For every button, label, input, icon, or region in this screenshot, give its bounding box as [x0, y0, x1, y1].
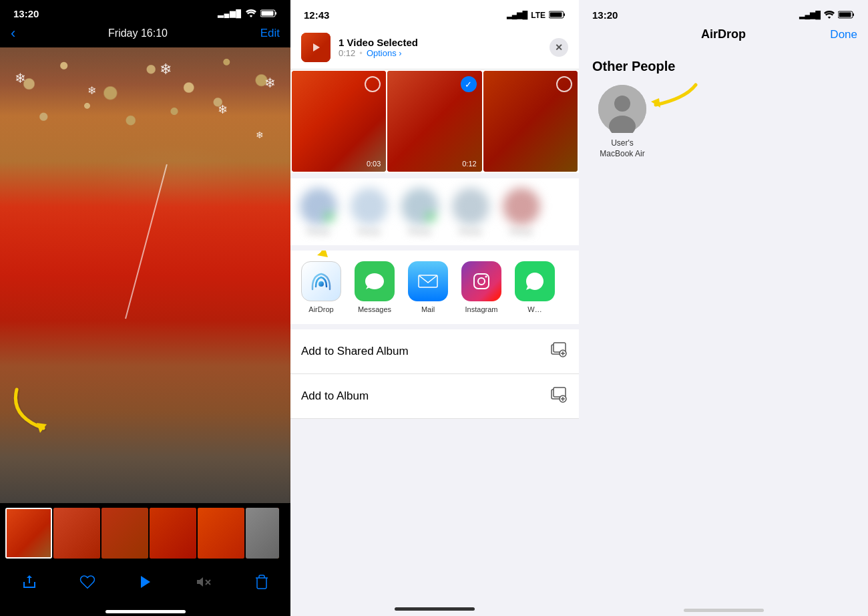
video-thumb-3[interactable] — [483, 71, 578, 172]
done-button[interactable]: Done — [830, 28, 857, 41]
app-item-mail[interactable]: Mail — [408, 261, 448, 313]
airdrop-section: Other People User's MacBook Air — [579, 48, 868, 170]
whatsapp-label: W… — [527, 305, 541, 313]
video-thumb-2[interactable]: ✓ 0:12 — [387, 71, 481, 172]
date-label: Friday 16:10 — [108, 27, 168, 39]
empty-space — [579, 170, 868, 603]
phone3-battery-icon — [838, 9, 855, 21]
contact-name-3: Person — [400, 228, 440, 236]
heart-button[interactable] — [74, 574, 101, 594]
share-thumbnail — [301, 33, 331, 62]
svg-marker-5 — [197, 577, 203, 587]
film-thumb-5[interactable] — [198, 508, 244, 559]
close-button[interactable]: ✕ — [550, 38, 568, 57]
filmstrip[interactable] — [0, 503, 290, 563]
phone2-signal-icon: ▂▄▆█ — [507, 11, 528, 19]
phone2-status-bar: 12:43 ▂▄▆█ LTE — [290, 0, 579, 25]
add-shared-album-label: Add to Shared Album — [301, 345, 409, 358]
phone3-home-indicator — [684, 609, 764, 612]
separator-1 — [290, 173, 579, 178]
whatsapp-icon[interactable] — [515, 261, 555, 301]
device-avatar[interactable] — [598, 85, 646, 133]
edit-button[interactable]: Edit — [260, 27, 280, 40]
phone1-wifi-icon — [246, 8, 256, 19]
airdrop-label: AirDrop — [308, 305, 333, 313]
trash-button[interactable] — [248, 574, 275, 594]
add-shared-album-icon — [550, 340, 568, 363]
share-button[interactable] — [16, 574, 43, 594]
video-select-2[interactable]: ✓ — [461, 76, 477, 92]
back-button[interactable]: ‹ — [11, 25, 15, 42]
snowflake-5: ❄ — [256, 130, 264, 140]
contact-avatar-4 — [452, 188, 489, 225]
share-info: 1 Video Selected 0:12 • Options › — [339, 37, 541, 58]
video-select-3[interactable] — [556, 76, 572, 92]
phone1-signal-icon: ▂▄▆█ — [218, 9, 242, 18]
snowflake-6: ❄ — [264, 75, 276, 91]
svg-rect-30 — [839, 13, 851, 17]
play-button[interactable] — [132, 574, 159, 594]
svg-rect-1 — [275, 12, 276, 15]
contact-3[interactable]: Person — [400, 188, 440, 236]
film-thumb-4[interactable] — [150, 508, 196, 559]
video-strip: 0:03 ✓ 0:12 — [290, 69, 579, 173]
contact-2[interactable]: Person — [349, 188, 389, 236]
user-device[interactable]: User's MacBook Air — [592, 85, 652, 159]
phone1-home-indicator — [105, 610, 186, 613]
phone1-battery-icon — [260, 8, 277, 19]
add-album-icon — [550, 385, 568, 408]
share-title: 1 Video Selected — [339, 37, 541, 48]
svg-marker-34 — [651, 98, 660, 108]
video-thumb-1[interactable]: 0:03 — [292, 71, 386, 172]
phone2-lte-label: LTE — [531, 11, 546, 20]
app-item-whatsapp[interactable]: W… — [515, 261, 555, 313]
messages-icon[interactable] — [355, 261, 395, 301]
contact-5[interactable]: Person — [501, 188, 541, 236]
film-thumb-6[interactable] — [246, 508, 279, 559]
phone2-battery-icon — [549, 9, 566, 21]
phone3-time: 13:20 — [592, 9, 618, 21]
instagram-label: Instagram — [465, 305, 498, 313]
contact-4[interactable]: Person — [451, 188, 491, 236]
apps-row: AirDrop Messages Mail — [290, 251, 579, 324]
phone2-time: 12:43 — [304, 9, 329, 21]
share-subtitle: 0:12 • Options › — [339, 48, 541, 58]
instagram-icon[interactable] — [461, 261, 501, 301]
app-item-airdrop[interactable]: AirDrop — [301, 261, 341, 313]
phone3-nav: AirDrop Done — [579, 25, 868, 48]
phone1-toolbar — [0, 563, 290, 610]
film-thumb-3[interactable] — [101, 508, 148, 559]
phone1-status-bar: 13:20 ▂▄▆█ — [0, 0, 290, 22]
svg-marker-12 — [317, 251, 328, 257]
add-to-shared-album-item[interactable]: Add to Shared Album — [290, 329, 579, 374]
svg-point-13 — [318, 281, 324, 287]
snowflake-1: ❄ — [15, 70, 26, 86]
mute-button[interactable] — [190, 574, 217, 594]
contact-name-1: Person — [298, 228, 339, 236]
svg-point-32 — [614, 96, 630, 112]
phone1: 13:20 ▂▄▆█ ‹ Friday 16:10 Edit — [0, 0, 290, 616]
svg-rect-10 — [550, 13, 562, 17]
mail-icon[interactable] — [408, 261, 448, 301]
options-button[interactable]: Options › — [367, 48, 402, 58]
phone3-wifi-icon — [824, 9, 835, 21]
device-name-label: User's MacBook Air — [600, 138, 644, 159]
separator-2 — [290, 245, 579, 251]
svg-marker-4 — [141, 576, 150, 588]
airdrop-icon[interactable] — [301, 261, 341, 301]
contact-1[interactable]: Person — [298, 188, 339, 236]
contact-avatar-1 — [300, 188, 337, 225]
cake-image: ❄ ❄ ❄ ❄ ❄ ❄ — [0, 47, 290, 503]
film-thumb-2[interactable] — [53, 508, 100, 559]
add-to-album-item[interactable]: Add to Album — [290, 374, 579, 419]
contact-name-4: Person — [451, 228, 491, 236]
app-item-messages[interactable]: Messages — [355, 261, 395, 313]
phone3-status-bar: 13:20 ▂▄▆█ — [579, 0, 868, 25]
film-thumb-1[interactable] — [5, 508, 52, 559]
svg-marker-11 — [313, 43, 320, 51]
contact-name-5: Person — [501, 228, 541, 236]
phone3-signal-icon: ▂▄▆█ — [799, 11, 821, 19]
svg-rect-29 — [853, 13, 854, 16]
phone2-home-indicator — [395, 607, 475, 611]
app-item-instagram[interactable]: Instagram — [461, 261, 501, 313]
